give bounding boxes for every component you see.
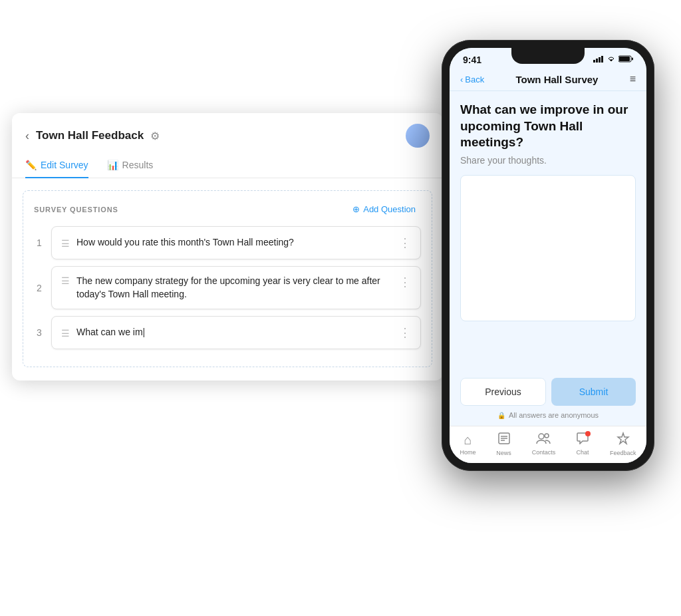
- survey-questions-area: SURVEY QUESTIONS ⊕ Add Question 1 ☰ How …: [23, 190, 432, 367]
- svg-rect-3: [601, 56, 603, 63]
- gear-icon[interactable]: ⚙: [150, 130, 160, 142]
- app-header: ‹ Back Town Hall Survey ≡: [450, 68, 646, 91]
- drag-icon-2: ☰: [61, 275, 70, 286]
- question-text-1: How would you rate this month's Town Hal…: [76, 236, 392, 249]
- home-icon: ⌂: [464, 432, 472, 448]
- panel-header-left: ‹ Town Hall Feedback ⚙: [25, 129, 160, 143]
- back-chevron-icon: ‹: [460, 75, 463, 84]
- submit-button[interactable]: Submit: [551, 378, 636, 406]
- battery-icon: [618, 55, 633, 65]
- svg-rect-6: [632, 58, 633, 61]
- svg-rect-1: [596, 59, 598, 63]
- question-item-2: 2 ☰ The new company strategy for the upc…: [34, 266, 421, 309]
- tabs: ✏️ Edit Survey 📊 Results: [12, 153, 443, 178]
- panel-title: Town Hall Feedback: [36, 129, 144, 142]
- news-icon: [497, 432, 511, 448]
- svg-point-12: [545, 434, 549, 438]
- hamburger-icon[interactable]: ≡: [630, 73, 636, 85]
- chart-icon: 📊: [107, 160, 118, 170]
- survey-question-subtitle: Share your thoughts.: [460, 155, 636, 166]
- question-text-3: What can we im: [76, 326, 392, 339]
- sq-header: SURVEY QUESTIONS ⊕ Add Question: [34, 202, 421, 217]
- question-number-1: 1: [34, 237, 45, 248]
- anonymous-note: 🔒 All answers are anonymous: [460, 411, 636, 419]
- more-icon-2[interactable]: ⋮: [399, 275, 411, 289]
- nav-item-contacts[interactable]: Contacts: [527, 431, 561, 457]
- status-icons: [593, 55, 633, 65]
- action-buttons: Previous Submit: [460, 378, 636, 406]
- wifi-icon: [607, 55, 616, 65]
- plus-circle-icon: ⊕: [352, 204, 360, 214]
- drag-icon-1: ☰: [61, 238, 70, 249]
- feedback-icon: [616, 432, 630, 448]
- app-content: What can we improve in our upcoming Town…: [450, 91, 646, 371]
- more-icon-3[interactable]: ⋮: [399, 325, 411, 340]
- question-item-1: 1 ☰ How would you rate this month's Town…: [34, 226, 421, 259]
- phone-notch: [511, 48, 585, 64]
- desktop-panel: ‹ Town Hall Feedback ⚙ ✏️ Edit Survey 📊 …: [12, 113, 443, 381]
- nav-item-chat[interactable]: Chat: [571, 431, 595, 457]
- previous-button[interactable]: Previous: [460, 378, 546, 406]
- phone-footer: Previous Submit 🔒 All answers are anonym…: [450, 371, 646, 426]
- phone-wrapper: 9:41: [442, 40, 654, 471]
- question-number-2: 2: [34, 283, 45, 293]
- svg-rect-0: [593, 60, 595, 63]
- more-icon-1[interactable]: ⋮: [399, 235, 411, 250]
- svg-rect-2: [599, 57, 601, 63]
- panel-back-icon[interactable]: ‹: [25, 129, 29, 143]
- question-number-3: 3: [34, 327, 45, 338]
- nav-item-feedback[interactable]: Feedback: [605, 430, 642, 458]
- scene: ‹ Town Hall Feedback ⚙ ✏️ Edit Survey 📊 …: [0, 0, 681, 616]
- tab-edit-survey[interactable]: ✏️ Edit Survey: [25, 160, 88, 178]
- lock-icon: 🔒: [497, 412, 505, 419]
- add-question-button[interactable]: ⊕ Add Question: [347, 202, 421, 217]
- bottom-nav: ⌂ Home News Contacts: [450, 426, 646, 463]
- phone-screen: 9:41: [450, 48, 646, 463]
- tab-results[interactable]: 📊 Results: [107, 160, 154, 178]
- question-card-2[interactable]: ☰ The new company strategy for the upcom…: [51, 266, 421, 309]
- status-time: 9:41: [463, 55, 481, 65]
- nav-item-news[interactable]: News: [491, 430, 517, 458]
- avatar: [406, 124, 430, 148]
- phone-frame: 9:41: [442, 40, 654, 471]
- question-card-3[interactable]: ☰ What can we im ⋮: [51, 316, 421, 349]
- chat-badge: [585, 431, 591, 436]
- survey-question-title: What can we improve in our upcoming Town…: [460, 102, 636, 151]
- nav-item-home[interactable]: ⌂ Home: [454, 431, 481, 457]
- panel-header: ‹ Town Hall Feedback ⚙: [12, 113, 443, 148]
- svg-rect-5: [619, 57, 630, 61]
- edit-icon: ✏️: [25, 160, 37, 170]
- question-card-1[interactable]: ☰ How would you rate this month's Town H…: [51, 226, 421, 259]
- question-item-3: 3 ☰ What can we im ⋮: [34, 316, 421, 349]
- back-button[interactable]: ‹ Back: [460, 75, 484, 84]
- app-title: Town Hall Survey: [515, 74, 598, 85]
- question-text-2: The new company strategy for the upcomin…: [76, 275, 392, 301]
- answer-textarea[interactable]: [460, 175, 636, 321]
- svg-point-11: [539, 434, 544, 439]
- drag-icon-3: ☰: [61, 328, 70, 339]
- signal-icon: [593, 55, 604, 65]
- contacts-icon: [536, 432, 551, 448]
- survey-questions-title: SURVEY QUESTIONS: [34, 206, 118, 214]
